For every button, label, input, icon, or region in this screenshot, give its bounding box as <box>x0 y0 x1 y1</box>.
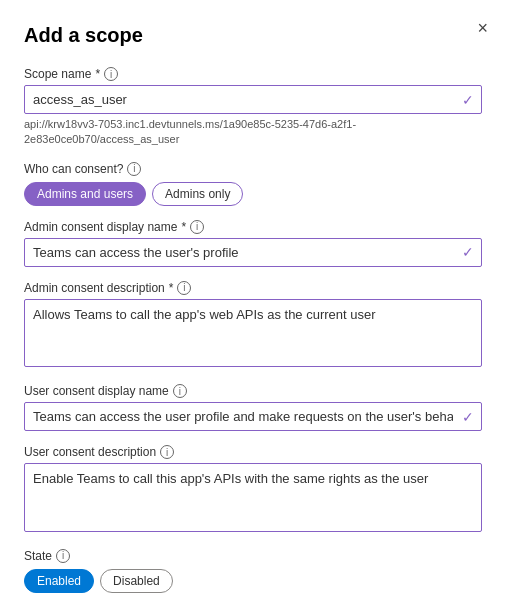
state-group: State i Enabled Disabled <box>24 549 482 593</box>
state-enabled-btn[interactable]: Enabled <box>24 569 94 593</box>
state-info-icon[interactable]: i <box>56 549 70 563</box>
admin-consent-name-label: Admin consent display name * i <box>24 220 482 234</box>
consent-admins-users-btn[interactable]: Admins and users <box>24 182 146 206</box>
scope-name-url: api://krw18vv3-7053.inc1.devtunnels.ms/1… <box>24 117 482 148</box>
scope-name-label: Scope name * i <box>24 67 482 81</box>
user-consent-name-input[interactable] <box>24 402 482 431</box>
state-disabled-btn[interactable]: Disabled <box>100 569 173 593</box>
state-toggle-group: Enabled Disabled <box>24 569 482 593</box>
scope-name-input-wrapper: ✓ <box>24 85 482 114</box>
scope-name-group: Scope name * i ✓ api://krw18vv3-7053.inc… <box>24 67 482 148</box>
scope-name-check-icon: ✓ <box>462 92 474 108</box>
admin-consent-name-group: Admin consent display name * i ✓ <box>24 220 482 267</box>
who-can-consent-label: Who can consent? i <box>24 162 482 176</box>
user-consent-desc-info-icon[interactable]: i <box>160 445 174 459</box>
close-button[interactable]: × <box>477 18 488 39</box>
scope-name-info-icon[interactable]: i <box>104 67 118 81</box>
admin-consent-name-input[interactable] <box>24 238 482 267</box>
state-label: State i <box>24 549 482 563</box>
user-consent-name-input-wrapper: ✓ <box>24 402 482 431</box>
consent-admins-only-btn[interactable]: Admins only <box>152 182 243 206</box>
admin-consent-desc-group: Admin consent description * i Allows Tea… <box>24 281 482 371</box>
admin-consent-name-check-icon: ✓ <box>462 244 474 260</box>
user-consent-desc-group: User consent description i Enable Teams … <box>24 445 482 535</box>
admin-consent-desc-info-icon[interactable]: i <box>177 281 191 295</box>
who-can-consent-info-icon[interactable]: i <box>127 162 141 176</box>
user-consent-name-info-icon[interactable]: i <box>173 384 187 398</box>
user-consent-name-group: User consent display name i ✓ <box>24 384 482 431</box>
consent-toggle-group: Admins and users Admins only <box>24 182 482 206</box>
admin-consent-name-input-wrapper: ✓ <box>24 238 482 267</box>
user-consent-name-check-icon: ✓ <box>462 409 474 425</box>
user-consent-desc-input[interactable]: Enable Teams to call this app's APIs wit… <box>24 463 482 532</box>
admin-consent-desc-label: Admin consent description * i <box>24 281 482 295</box>
add-scope-dialog: Add a scope × Scope name * i ✓ api://krw… <box>0 0 506 605</box>
admin-consent-desc-input[interactable]: Allows Teams to call the app's web APIs … <box>24 299 482 368</box>
user-consent-name-label: User consent display name i <box>24 384 482 398</box>
user-consent-desc-label: User consent description i <box>24 445 482 459</box>
admin-consent-name-info-icon[interactable]: i <box>190 220 204 234</box>
dialog-title: Add a scope <box>24 24 482 47</box>
scope-name-input[interactable] <box>24 85 482 114</box>
who-can-consent-group: Who can consent? i Admins and users Admi… <box>24 162 482 206</box>
